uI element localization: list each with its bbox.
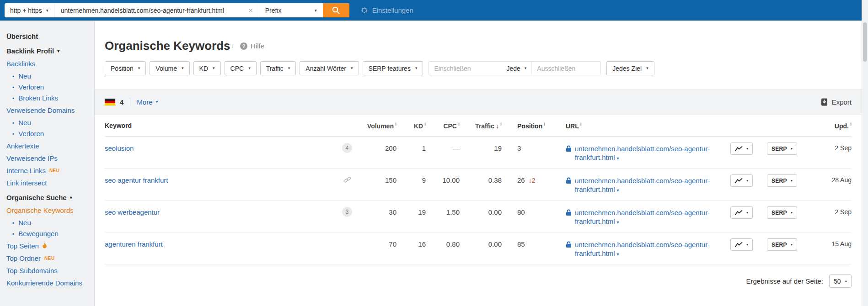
- link-icon[interactable]: [339, 176, 355, 184]
- filter-anzahl-woerter[interactable]: Anzahl Wörter▾: [300, 61, 359, 75]
- filter-cpc[interactable]: CPC▾: [225, 61, 257, 75]
- target-url-link[interactable]: unternehmen.handelsblatt.com/seo-agentur…: [575, 176, 710, 194]
- chevron-down-icon: ▾: [746, 211, 748, 215]
- position-history-chart-button[interactable]: ▾: [730, 142, 753, 155]
- filter-serp-features[interactable]: SERP features▾: [363, 61, 423, 75]
- export-button[interactable]: Export: [821, 98, 852, 106]
- include-input[interactable]: [429, 62, 501, 75]
- results-per-page-label: Ergebnisse auf der Seite:: [746, 277, 823, 285]
- sidebar-item-backlink-profil[interactable]: Backlink Profil ▾: [6, 47, 91, 55]
- chevron-down-icon: ▾: [617, 188, 619, 193]
- serp-dropdown-button[interactable]: SERP▾: [767, 238, 797, 251]
- position-value: 85: [502, 232, 557, 248]
- sidebar-item-verweisende-domains[interactable]: Verweisende Domains: [6, 106, 91, 114]
- column-header-position[interactable]: Positioni: [502, 121, 557, 130]
- sidebar-item-domains-neu[interactable]: •Neu: [12, 119, 91, 127]
- sidebar-item-uebersicht[interactable]: Übersicht: [6, 32, 91, 40]
- sidebar-item-bewegungen[interactable]: •Bewegungen: [12, 230, 91, 237]
- position-change-badge: ↓2: [529, 177, 536, 184]
- sidebar-item-backlinks-verloren[interactable]: •Verloren: [12, 83, 91, 91]
- bullet-icon: •: [12, 231, 14, 237]
- sparkline-icon: [735, 210, 743, 216]
- protocol-value: http + https: [10, 7, 42, 14]
- sidebar-item-konkurrierende-domains[interactable]: Konkurrierende Domains: [6, 279, 91, 287]
- info-icon: i: [544, 121, 545, 127]
- topbar: http + https ▾ × Prefix ▾ Einstellungen: [0, 0, 868, 21]
- column-header-traffic[interactable]: Traffic↓i: [460, 121, 502, 130]
- settings-label: Einstellungen: [372, 6, 413, 14]
- chevron-down-icon: ▾: [525, 66, 527, 70]
- page-size-select[interactable]: 50 ▴: [829, 274, 852, 288]
- filter-kd[interactable]: KD▾: [193, 61, 221, 75]
- filter-position[interactable]: Position▾: [105, 61, 146, 75]
- column-header-volume[interactable]: Volumeni: [355, 121, 396, 130]
- target-url-link[interactable]: unternehmen.handelsblatt.com/seo-agentur…: [575, 144, 710, 162]
- position-history-chart-button[interactable]: ▾: [730, 238, 753, 251]
- clear-icon[interactable]: ×: [248, 6, 253, 15]
- column-header-upd[interactable]: Upd.i: [810, 121, 852, 130]
- table-row: seolusion 4 200 1 — 19 3 unternehmen.han…: [105, 137, 852, 169]
- info-icon: i: [850, 121, 852, 127]
- bullet-icon: •: [12, 131, 14, 137]
- sidebar-item-verweisende-ips[interactable]: Verweisende IPs: [6, 154, 91, 162]
- site-explorer-search-bar: http + https ▾ × Prefix ▾: [5, 3, 349, 17]
- target-url-link[interactable]: unternehmen.handelsblatt.com/seo-agentur…: [575, 208, 710, 226]
- keyword-link[interactable]: seolusion: [105, 144, 134, 152]
- chevron-down-icon: ▾: [617, 220, 619, 225]
- sidebar-item-domains-verloren[interactable]: •Verloren: [12, 130, 91, 137]
- url-input[interactable]: [60, 6, 245, 15]
- search-button[interactable]: [323, 3, 349, 17]
- sparkline-icon: [735, 178, 743, 184]
- column-header-keyword[interactable]: Keyword: [105, 122, 339, 129]
- exclude-input[interactable]: [532, 62, 600, 75]
- column-header-cpc[interactable]: CPCi: [426, 121, 460, 130]
- keyword-count-badge[interactable]: 4: [342, 143, 352, 153]
- settings-button[interactable]: Einstellungen: [360, 6, 413, 14]
- filter-traffic[interactable]: Traffic▾: [260, 61, 296, 75]
- kd-value: 9: [396, 169, 426, 184]
- keyword-count-badge[interactable]: 3: [342, 207, 352, 217]
- column-header-kd[interactable]: KDi: [396, 121, 426, 130]
- include-mode-dropdown[interactable]: Jede▾: [501, 62, 532, 75]
- sidebar-item-organische-suche[interactable]: Organische Suche ▾: [6, 194, 91, 201]
- sidebar-item-link-intersect[interactable]: Link intersect: [6, 179, 91, 187]
- cpc-value: 0.80: [426, 232, 460, 248]
- sidebar-item-ankertexte[interactable]: Ankertexte: [6, 142, 91, 150]
- serp-dropdown-button[interactable]: SERP▾: [767, 206, 797, 219]
- chevron-down-icon: ▾: [646, 66, 648, 70]
- sidebar-item-broken-links[interactable]: •Broken Links: [12, 94, 91, 102]
- filter-jedes-ziel[interactable]: Jedes Ziel▾: [606, 61, 654, 75]
- bullet-icon: •: [12, 74, 14, 80]
- vertical-scrollbar[interactable]: [862, 0, 868, 306]
- keyword-link[interactable]: seo agentur frankfurt: [105, 176, 168, 184]
- lock-icon: [566, 209, 572, 226]
- sidebar-item-organische-keywords[interactable]: Organische Keywords: [6, 206, 91, 214]
- keyword-link[interactable]: seo werbeagentur: [105, 208, 160, 216]
- sidebar-item-keywords-neu[interactable]: •Neu: [12, 219, 91, 227]
- position-history-chart-button[interactable]: ▾: [730, 206, 753, 219]
- serp-dropdown-button[interactable]: SERP▾: [767, 174, 797, 187]
- help-link[interactable]: ? Hilfe: [240, 42, 264, 50]
- sidebar-item-top-ordner[interactable]: Top Ordner NEU: [6, 254, 91, 262]
- protocol-dropdown[interactable]: http + https ▾: [5, 3, 54, 17]
- sidebar-item-interne-links[interactable]: Interne Links NEU: [6, 167, 91, 174]
- sidebar-item-top-subdomains[interactable]: Top Subdomains: [6, 267, 91, 274]
- table-row: seo agentur frankfurt 150 9 10.00 0.38 2…: [105, 169, 852, 200]
- serp-dropdown-button[interactable]: SERP▾: [767, 142, 797, 155]
- target-url-link[interactable]: unternehmen.handelsblatt.com/seo-agentur…: [575, 240, 710, 258]
- filter-bar: Position▾ Volume▾ KD▾ CPC▾ Traffic▾ Anza…: [95, 53, 862, 75]
- mode-dropdown[interactable]: Prefix ▾: [259, 3, 323, 17]
- kd-value: 19: [396, 200, 426, 216]
- position-history-chart-button[interactable]: ▾: [730, 174, 753, 187]
- sidebar-item-top-seiten[interactable]: Top Seiten: [6, 242, 91, 250]
- include-exclude-group: Jede▾: [429, 61, 601, 75]
- sidebar-item-backlinks-neu[interactable]: •Neu: [12, 72, 91, 80]
- lock-icon: [566, 177, 572, 194]
- sidebar-item-backlinks[interactable]: Backlinks: [6, 60, 91, 68]
- chevron-down-icon: ▾: [791, 211, 793, 215]
- scrollbar-thumb[interactable]: [863, 22, 867, 62]
- filter-volume[interactable]: Volume▾: [150, 61, 189, 75]
- more-dropdown[interactable]: More ▾: [137, 98, 158, 106]
- keyword-link[interactable]: agenturen frankfurt: [105, 240, 163, 248]
- column-header-url[interactable]: URLi: [557, 121, 730, 130]
